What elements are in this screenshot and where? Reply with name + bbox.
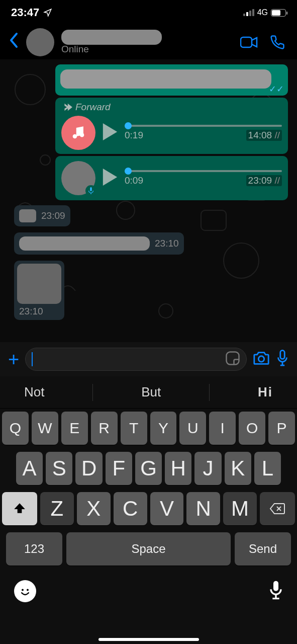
svg-rect-14: [227, 352, 239, 365]
key-s[interactable]: S: [46, 452, 72, 485]
audio-seek-bar[interactable]: [125, 170, 282, 172]
chat-header: Online: [0, 25, 297, 59]
suggestion-separator: [92, 384, 93, 401]
contact-status: Online: [61, 44, 232, 55]
contact-name-redacted: [61, 30, 162, 45]
network-label: 4G: [257, 8, 268, 17]
key-i[interactable]: I: [209, 412, 236, 445]
signal-icon: [243, 9, 254, 16]
message-text-redacted: [19, 209, 36, 222]
video-call-button[interactable]: [239, 32, 260, 53]
key-e[interactable]: E: [61, 412, 88, 445]
music-icon: [61, 116, 95, 150]
svg-point-10: [80, 133, 84, 137]
key-f[interactable]: F: [106, 452, 132, 485]
read-receipt-icon: //: [274, 130, 280, 140]
svg-marker-13: [103, 169, 117, 186]
read-receipt-icon: ✓✓: [269, 84, 284, 95]
message-text-redacted: [60, 69, 271, 89]
keyboard-suggestions: Not But Hi: [0, 376, 297, 409]
key-c[interactable]: C: [114, 492, 147, 525]
forwarded-label: Forward: [61, 102, 282, 113]
backspace-key[interactable]: [260, 492, 295, 525]
key-x[interactable]: X: [77, 492, 111, 525]
incoming-image-message[interactable]: 23:10: [14, 261, 64, 320]
audio-seek-bar[interactable]: [125, 125, 282, 127]
outgoing-message[interactable]: ✓✓: [55, 64, 288, 96]
svg-rect-20: [273, 581, 278, 591]
camera-button[interactable]: [253, 351, 270, 368]
outgoing-audio-message[interactable]: Forward 0:19 14:08 //: [55, 98, 288, 154]
emoji-key[interactable]: [14, 580, 36, 602]
message-timestamp: 23:10: [17, 306, 61, 317]
key-d[interactable]: D: [75, 452, 102, 485]
back-button[interactable]: [9, 32, 19, 53]
svg-point-18: [22, 589, 24, 591]
suggestion-word[interactable]: Hi: [258, 384, 273, 400]
message-timestamp: 14:08: [248, 130, 272, 140]
message-text-input[interactable]: [25, 348, 247, 371]
audio-elapsed: 0:09: [125, 175, 143, 186]
message-timestamp: 23:09: [41, 210, 65, 221]
space-key[interactable]: Space: [66, 532, 231, 566]
home-indicator[interactable]: [98, 638, 199, 641]
key-m[interactable]: M: [223, 492, 257, 525]
contact-name-block[interactable]: Online: [61, 30, 232, 55]
message-timestamp: 23:10: [155, 238, 179, 249]
keyboard: Not But Hi QWERTYUIOP ASDFGHJKL ZXCVNM 1…: [0, 376, 297, 644]
dictation-key[interactable]: [269, 580, 283, 602]
contact-avatar[interactable]: [26, 28, 54, 56]
message-text-redacted: [19, 236, 150, 251]
attach-button[interactable]: +: [8, 349, 19, 370]
voice-record-button[interactable]: [276, 350, 289, 369]
key-y[interactable]: Y: [150, 412, 177, 445]
key-g[interactable]: G: [135, 452, 162, 485]
key-v[interactable]: V: [150, 492, 184, 525]
key-j[interactable]: J: [194, 452, 221, 485]
svg-point-19: [27, 589, 29, 591]
key-w[interactable]: W: [32, 412, 58, 445]
svg-point-9: [73, 134, 77, 139]
play-button[interactable]: [103, 169, 118, 188]
key-t[interactable]: T: [121, 412, 147, 445]
voice-avatar: [61, 161, 95, 195]
svg-rect-16: [280, 350, 285, 359]
send-key[interactable]: Send: [235, 532, 291, 566]
voice-call-button[interactable]: [267, 32, 288, 53]
suggestion-word[interactable]: But: [141, 384, 161, 400]
message-input-bar: +: [0, 342, 297, 376]
key-q[interactable]: Q: [2, 412, 29, 445]
audio-elapsed: 0:19: [125, 130, 143, 141]
key-n[interactable]: N: [186, 492, 220, 525]
svg-point-17: [18, 584, 32, 598]
play-button[interactable]: [103, 123, 118, 142]
forward-arrow-icon: [61, 103, 72, 111]
message-timestamp: 23:09: [248, 175, 272, 186]
incoming-message[interactable]: 23:09: [14, 205, 70, 226]
key-p[interactable]: P: [268, 412, 295, 445]
suggestion-word[interactable]: Not: [24, 384, 44, 400]
svg-marker-11: [103, 123, 117, 140]
svg-point-15: [258, 356, 264, 362]
svg-rect-12: [90, 187, 92, 191]
image-thumbnail-redacted: [17, 264, 61, 304]
sticker-button[interactable]: [225, 351, 240, 368]
battery-icon: [271, 9, 286, 17]
key-k[interactable]: K: [225, 452, 251, 485]
key-u[interactable]: U: [179, 412, 206, 445]
key-h[interactable]: H: [165, 452, 191, 485]
key-r[interactable]: R: [91, 412, 118, 445]
svg-rect-0: [241, 37, 252, 47]
shift-key[interactable]: [2, 492, 37, 525]
outgoing-voice-message[interactable]: 0:09 23:09 //: [55, 156, 288, 200]
key-l[interactable]: L: [254, 452, 281, 485]
chat-body[interactable]: ✓✓ Forward 0:19 14:08 //: [0, 59, 297, 342]
incoming-message[interactable]: 23:10: [14, 232, 184, 255]
read-receipt-icon: //: [274, 175, 280, 186]
mic-badge-icon: [85, 185, 96, 196]
key-a[interactable]: A: [16, 452, 43, 485]
location-arrow-icon: [43, 8, 52, 17]
key-z[interactable]: Z: [40, 492, 74, 525]
key-o[interactable]: O: [239, 412, 265, 445]
numbers-key[interactable]: 123: [6, 532, 62, 566]
